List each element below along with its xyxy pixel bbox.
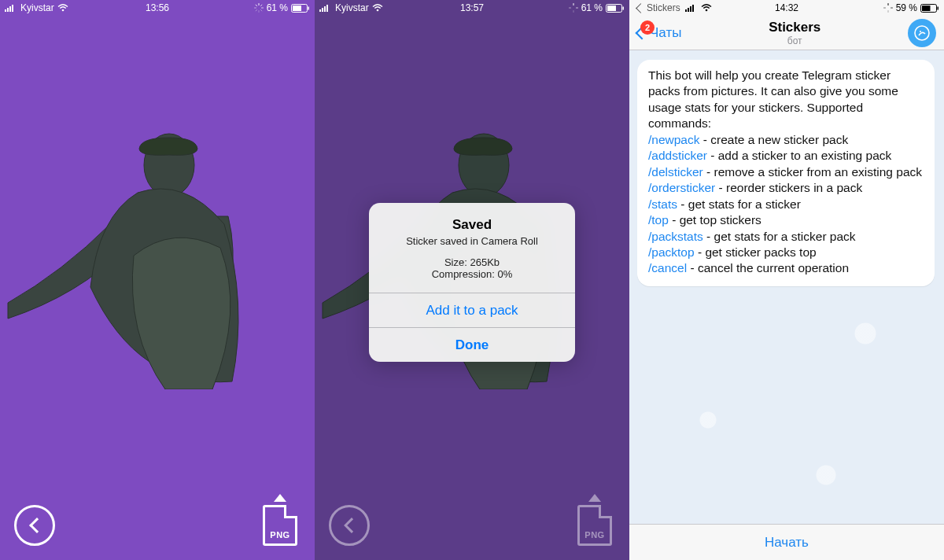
command-line: /stats - get stats for a sticker — [648, 197, 924, 212]
screen-saved-alert: Kyivstar 13:57 61 % — [315, 0, 629, 560]
nav-bar: 2 Чаты Stickers бот — [629, 16, 944, 50]
command-link[interactable]: /newpack — [648, 133, 699, 146]
command-line: /cancel - cancel the current operation — [648, 260, 924, 276]
saved-alert: Saved Sticker saved in Camera Roll Size:… — [369, 203, 575, 362]
nav-back-button[interactable]: 2 Чаты — [637, 25, 681, 41]
svg-point-43 — [920, 31, 921, 32]
command-link[interactable]: /ordersticker — [648, 181, 715, 194]
svg-rect-28 — [623, 6, 625, 9]
command-link[interactable]: /packstats — [648, 230, 703, 243]
command-line: /newpack - create a new sticker pack — [648, 132, 924, 148]
command-link[interactable]: /stats — [648, 197, 677, 211]
battery-percent: 61 % — [581, 2, 603, 13]
upload-arrow-icon — [588, 494, 601, 502]
svg-point-34 — [705, 9, 707, 12]
svg-rect-20 — [326, 5, 328, 12]
add-to-pack-button[interactable]: Add it to a pack — [369, 293, 575, 327]
command-link[interactable]: /delsticker — [648, 165, 703, 179]
message-intro: This bot will help you create Telegram s… — [648, 68, 924, 132]
svg-rect-32 — [690, 6, 691, 12]
command-link[interactable]: /top — [648, 213, 669, 227]
unread-badge: 2 — [640, 20, 655, 35]
command-desc: - create a new sticker pack — [699, 133, 848, 146]
png-label: PNG — [270, 530, 289, 540]
command-link[interactable]: /cancel — [648, 261, 687, 274]
command-line: /ordersticker - reorder stickers in a pa… — [648, 180, 924, 196]
svg-rect-2 — [9, 6, 11, 12]
battery-icon — [606, 4, 625, 13]
wifi-icon — [372, 4, 383, 12]
png-label: PNG — [584, 530, 604, 540]
chevron-left-icon — [636, 3, 646, 13]
status-bar: Kyivstar 13:56 61 % — [0, 0, 315, 16]
export-png-button[interactable]: PNG — [260, 500, 301, 546]
battery-percent: 61 % — [267, 2, 288, 13]
carrier-label: Kyivstar — [335, 2, 369, 13]
svg-rect-15 — [308, 6, 310, 9]
svg-rect-0 — [5, 9, 6, 12]
chat-body[interactable]: This bot will help you create Telegram s… — [629, 50, 944, 524]
command-line: /addsticker - add a sticker to an existi… — [648, 148, 924, 164]
command-desc: - remove a sticker from an existing pack — [703, 165, 922, 179]
export-png-button[interactable]: PNG — [574, 500, 615, 546]
loading-icon — [883, 3, 893, 13]
command-line: /packstats - get stats for a sticker pac… — [648, 229, 924, 245]
svg-rect-40 — [922, 6, 931, 11]
bot-message: This bot will help you create Telegram s… — [637, 60, 935, 286]
signal-icon — [5, 4, 17, 12]
command-desc: - get stats for a sticker — [677, 197, 801, 211]
file-icon: PNG — [263, 505, 297, 546]
bot-avatar[interactable] — [908, 19, 936, 47]
command-desc: - get top stickers — [669, 213, 761, 227]
signal-icon — [319, 4, 332, 12]
svg-rect-27 — [607, 6, 616, 11]
battery-icon — [291, 4, 310, 13]
command-desc: - get sticker packs top — [695, 245, 817, 259]
command-link[interactable]: /packtop — [648, 245, 695, 259]
svg-rect-17 — [319, 9, 321, 12]
wifi-icon — [701, 4, 712, 12]
chat-subtitle: бот — [681, 35, 908, 46]
screen-sticker-preview: Kyivstar 13:56 61 % — [0, 0, 315, 560]
svg-rect-30 — [685, 9, 687, 12]
svg-rect-33 — [692, 5, 694, 12]
back-button[interactable] — [329, 505, 370, 546]
wifi-icon — [57, 4, 68, 12]
command-desc: - add a sticker to an existing pack — [707, 149, 891, 162]
svg-rect-31 — [688, 8, 689, 12]
upload-arrow-icon — [274, 494, 286, 502]
svg-point-21 — [376, 9, 378, 12]
svg-line-11 — [256, 10, 256, 11]
command-line: /packtop - get sticker packs top — [648, 245, 924, 260]
done-button[interactable]: Done — [369, 327, 575, 362]
statue-image — [0, 130, 315, 389]
alert-subtitle: Sticker saved in Camera Roll — [380, 235, 564, 247]
status-bar: Stickers 14:32 59 % — [629, 0, 944, 16]
svg-rect-1 — [7, 8, 9, 12]
carrier-label: Kyivstar — [20, 2, 54, 13]
command-line: /top - get top stickers — [648, 212, 924, 228]
file-icon: PNG — [577, 505, 612, 546]
alert-compression: Compression: 0% — [380, 268, 564, 280]
loading-icon — [569, 3, 578, 13]
breadcrumb-app-name: Stickers — [647, 2, 680, 13]
svg-rect-14 — [293, 6, 301, 11]
breadcrumb-back[interactable]: Stickers — [634, 0, 680, 16]
battery-percent: 59 % — [896, 2, 917, 13]
svg-line-10 — [260, 10, 261, 11]
back-button[interactable] — [14, 505, 55, 546]
loading-icon — [254, 3, 264, 13]
chevron-left-icon — [29, 518, 45, 533]
svg-rect-41 — [938, 6, 939, 9]
screen-telegram-stickers-bot: Stickers 14:32 59 % — [629, 0, 944, 560]
svg-point-4 — [61, 9, 64, 12]
svg-rect-3 — [12, 5, 13, 12]
svg-rect-18 — [322, 8, 323, 12]
alert-size: Size: 265Kb — [380, 256, 564, 268]
svg-rect-19 — [324, 6, 326, 12]
command-desc: - cancel the current operation — [687, 261, 849, 274]
start-bot-button[interactable]: Начать — [629, 524, 944, 560]
battery-icon — [920, 4, 939, 13]
command-link[interactable]: /addsticker — [648, 149, 707, 162]
signal-icon — [685, 4, 698, 12]
